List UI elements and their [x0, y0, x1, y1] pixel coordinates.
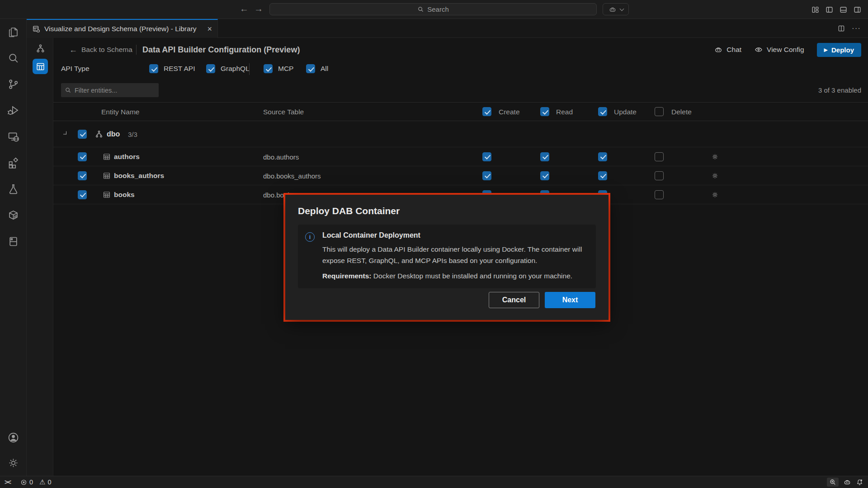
- source-control-icon[interactable]: [6, 77, 20, 91]
- page-header: ← Back to Schema Data API Builder Config…: [53, 38, 868, 61]
- row-checkbox-delete[interactable]: [655, 171, 664, 180]
- remote-indicator-icon[interactable]: ><: [5, 479, 10, 486]
- checkbox-graphql[interactable]: [206, 64, 215, 73]
- table-icon: [103, 191, 111, 199]
- header-checkbox-update[interactable]: [598, 107, 607, 116]
- container-icon[interactable]: [6, 208, 20, 222]
- copilot-status-icon[interactable]: [843, 478, 851, 486]
- mcp-label: MCP: [278, 65, 293, 73]
- api-type-label: API Type: [61, 65, 90, 73]
- row-checkbox-update[interactable]: [598, 152, 607, 161]
- play-icon: ▶: [824, 47, 828, 53]
- entity-name-header: Entity Name: [101, 103, 139, 122]
- row-checkbox[interactable]: [78, 190, 87, 199]
- eye-icon: [754, 45, 763, 54]
- header-checkbox-delete[interactable]: [655, 107, 664, 116]
- row-settings-gear-icon[interactable]: [711, 191, 719, 198]
- group-name: dbo: [107, 130, 120, 138]
- checkbox-rest-api[interactable]: [149, 64, 158, 73]
- checkbox-all[interactable]: [306, 64, 315, 73]
- schema-designer-file-icon: [32, 25, 41, 33]
- search-placeholder: Search: [427, 5, 449, 13]
- row-checkbox-create[interactable]: [482, 171, 491, 180]
- extensions-icon[interactable]: [6, 156, 20, 169]
- toggle-secondary-sidebar-icon[interactable]: [853, 5, 862, 14]
- schema-group-row-dbo[interactable]: dbo 3/3: [53, 121, 868, 147]
- chat-button[interactable]: Chat: [714, 45, 741, 54]
- row-settings-gear-icon[interactable]: [711, 153, 719, 160]
- search-sidebar-icon[interactable]: [6, 51, 20, 65]
- info-title: Local Container Deployment: [322, 231, 587, 239]
- testing-icon[interactable]: [6, 182, 20, 196]
- toggle-panel-icon[interactable]: [839, 5, 848, 14]
- rest-api-label: REST API: [164, 65, 195, 73]
- explorer-icon[interactable]: [6, 25, 20, 38]
- deploy-dab-container-dialog: Deploy DAB Container i Local Container D…: [285, 195, 609, 320]
- row-checkbox-create[interactable]: [482, 152, 491, 161]
- header-checkbox-create[interactable]: [482, 107, 491, 116]
- row-checkbox-update[interactable]: [598, 171, 607, 180]
- designer-tool-strip: [27, 38, 53, 476]
- copilot-icon: [609, 5, 617, 14]
- row-checkbox-delete[interactable]: [655, 190, 664, 199]
- header-checkbox-read[interactable]: [540, 107, 549, 116]
- row-checkbox[interactable]: [78, 171, 87, 180]
- command-center-search[interactable]: Search: [269, 3, 597, 15]
- copilot-dropdown[interactable]: [603, 3, 629, 15]
- back-to-schema-button[interactable]: ← Back to Schema: [69, 38, 132, 61]
- dab-config-view-button[interactable]: [33, 59, 48, 74]
- row-checkbox-read[interactable]: [540, 171, 549, 180]
- nav-back-icon[interactable]: ←: [238, 4, 250, 14]
- more-actions-icon[interactable]: ···: [852, 24, 861, 33]
- row-settings-gear-icon[interactable]: [711, 172, 719, 179]
- nav-forward-icon[interactable]: →: [253, 4, 264, 14]
- delete-header-label: Delete: [671, 103, 692, 122]
- view-config-label: View Config: [767, 46, 804, 54]
- toggle-primary-sidebar-icon[interactable]: [825, 5, 834, 14]
- local-deployment-info-box: i Local Container Deployment This will d…: [298, 225, 596, 288]
- back-arrow-icon: ←: [69, 45, 77, 55]
- tab-close-icon[interactable]: ×: [207, 25, 212, 33]
- remote-explorer-icon[interactable]: [6, 130, 20, 143]
- chat-label: Chat: [726, 46, 741, 54]
- checkbox-mcp[interactable]: [264, 64, 273, 73]
- schema-icon: [94, 130, 104, 139]
- view-config-button[interactable]: View Config: [754, 45, 804, 54]
- cancel-button[interactable]: Cancel: [489, 292, 539, 308]
- row-checkbox[interactable]: [78, 152, 87, 161]
- row-checkbox-read[interactable]: [540, 152, 549, 161]
- schema-view-button[interactable]: [33, 41, 48, 56]
- warning-icon: ⚠: [39, 478, 45, 486]
- zoom-in-icon: [829, 479, 836, 486]
- settings-gear-icon[interactable]: [6, 456, 20, 469]
- deploy-button[interactable]: ▶ Deploy: [817, 43, 861, 57]
- next-button[interactable]: Next: [545, 292, 595, 308]
- annotation-highlight-box: Deploy DAB Container i Local Container D…: [283, 193, 610, 322]
- warnings-status[interactable]: ⚠ 0: [39, 478, 52, 486]
- errors-status[interactable]: 0: [20, 479, 33, 486]
- tab-visualize-design-schema[interactable]: Visualize and Design Schema (Preview) - …: [27, 19, 218, 38]
- database-icon[interactable]: [6, 235, 20, 248]
- all-label: All: [321, 65, 328, 73]
- row-checkbox-delete[interactable]: [655, 152, 664, 161]
- table-row: books_authors dbo.books_authors: [53, 166, 868, 185]
- table-icon: [103, 172, 111, 180]
- notifications-bell-icon[interactable]: [856, 479, 863, 486]
- customize-layout-icon[interactable]: [811, 5, 820, 14]
- filter-entities-input[interactable]: [75, 83, 156, 97]
- editor-tab-bar: Visualize and Design Schema (Preview) - …: [27, 19, 868, 38]
- update-header-label: Update: [614, 103, 637, 122]
- chevron-down-icon[interactable]: [63, 131, 66, 134]
- warnings-count: 0: [47, 479, 51, 486]
- split-editor-icon[interactable]: [837, 24, 845, 33]
- api-options-divider: [249, 63, 250, 75]
- copilot-chat-icon: [714, 45, 723, 54]
- api-type-row: API Type REST API GraphQL MCP All: [53, 63, 868, 75]
- table-icon: [103, 153, 111, 161]
- group-checkbox[interactable]: [78, 130, 87, 139]
- requirements-text: Docker Desktop must be installed and run…: [373, 272, 572, 280]
- chevron-down-icon: [619, 6, 624, 11]
- run-debug-icon[interactable]: [6, 103, 20, 117]
- account-icon[interactable]: [6, 431, 20, 444]
- zoom-status-button[interactable]: [827, 478, 839, 487]
